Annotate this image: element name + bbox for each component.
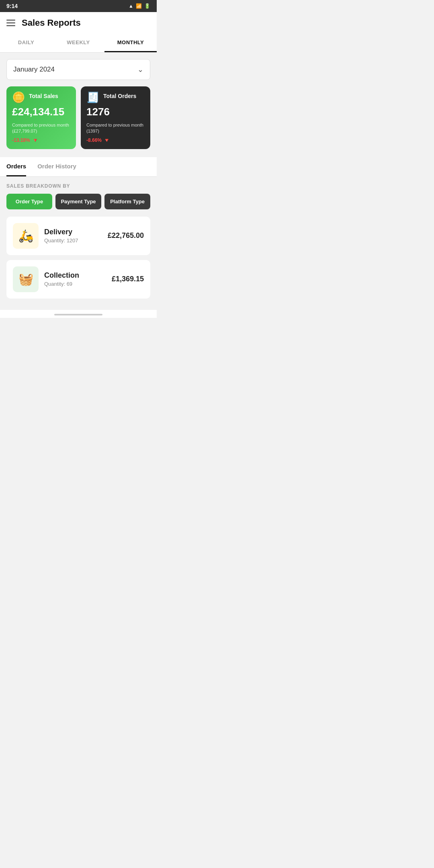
home-bar (0, 310, 157, 318)
collection-info: Collection Quantity: 69 (44, 271, 106, 287)
stats-row: 🪙 Total Sales £24,134.15 Compared to pre… (6, 86, 150, 149)
orders-icon: 🧾 (86, 92, 99, 102)
orders-value: 1276 (86, 106, 145, 118)
delivery-name: Delivery (44, 228, 102, 236)
collection-name: Collection (44, 271, 106, 280)
list-item-delivery: 🛵 Delivery Quantity: 1207 £22,765.00 (6, 217, 150, 255)
total-orders-card: 🧾 Total Orders 1276 Compared to previous… (81, 86, 150, 149)
section-label: SALES BREAKDOWN BY (6, 183, 150, 189)
sales-value: £24,134.15 (12, 106, 70, 118)
delivery-info: Delivery Quantity: 1207 (44, 228, 102, 244)
orders-down-arrow-icon: 🔻 (103, 137, 110, 143)
breakdown-btn-payment-type[interactable]: Payment Type (55, 194, 101, 209)
signal-icon: 📶 (136, 3, 142, 9)
main-tabs: DAILY WEEKLY MONTHLY (0, 34, 157, 53)
header: Sales Reports (0, 12, 157, 34)
status-bar: 9:14 ▲ 📶 🔋 (0, 0, 157, 12)
tab-weekly[interactable]: WEEKLY (52, 34, 104, 52)
delivery-quantity: Quantity: 1207 (44, 237, 102, 244)
tab-daily[interactable]: DAILY (0, 34, 52, 52)
breakdown-buttons: Order Type Payment Type Platform Type (6, 194, 150, 209)
sales-compare: Compared to previous month (£27,799.07) (12, 122, 70, 135)
menu-icon[interactable] (6, 20, 15, 26)
orders-change-value: -8.66% (86, 137, 102, 143)
breakdown-btn-platform-type[interactable]: Platform Type (104, 194, 150, 209)
status-time: 9:14 (6, 3, 18, 9)
page-title: Sales Reports (22, 18, 81, 28)
delivery-amount: £22,765.00 (108, 231, 144, 240)
chevron-down-icon: ⌄ (137, 65, 143, 74)
main-content: January 2024 ⌄ 🪙 Total Sales £24,134.15 … (0, 53, 157, 310)
sales-label: Total Sales (29, 93, 58, 99)
sub-tabs: Orders Order History (0, 157, 157, 177)
collection-icon-box: 🧺 (13, 266, 39, 292)
wifi-icon: ▲ (129, 3, 133, 9)
sales-down-arrow-icon: 🔻 (32, 137, 39, 143)
month-value: January 2024 (13, 66, 55, 74)
orders-change: -8.66% 🔻 (86, 137, 145, 143)
month-selector[interactable]: January 2024 ⌄ (6, 59, 150, 80)
delivery-icon: 🛵 (18, 229, 33, 243)
tab-monthly[interactable]: MONTHLY (104, 34, 157, 52)
status-icons: ▲ 📶 🔋 (129, 3, 150, 9)
breakdown-btn-order-type[interactable]: Order Type (6, 194, 52, 209)
orders-label: Total Orders (103, 93, 136, 99)
sub-tab-orders[interactable]: Orders (6, 157, 26, 176)
collection-icon: 🧺 (18, 272, 33, 286)
orders-compare: Compared to previous month (1397) (86, 122, 145, 135)
collection-amount: £1,369.15 (112, 275, 144, 283)
delivery-icon-box: 🛵 (13, 223, 39, 249)
sales-icon: 🪙 (12, 92, 25, 102)
collection-quantity: Quantity: 69 (44, 281, 106, 287)
home-indicator (54, 314, 102, 315)
total-sales-card: 🪙 Total Sales £24,134.15 Compared to pre… (6, 86, 76, 149)
sales-change-value: -13.18% (12, 137, 30, 143)
sales-change: -13.18% 🔻 (12, 137, 70, 143)
battery-icon: 🔋 (144, 3, 150, 9)
list-item-collection: 🧺 Collection Quantity: 69 £1,369.15 (6, 260, 150, 299)
sub-tab-order-history[interactable]: Order History (37, 157, 76, 176)
